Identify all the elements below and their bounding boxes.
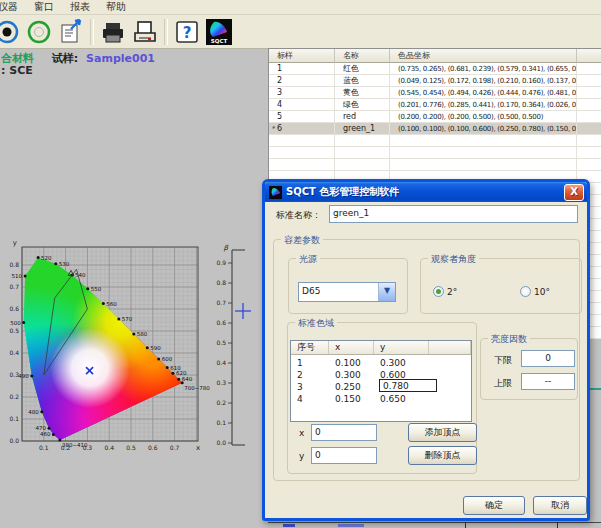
upper-limit-label: 上限 — [494, 377, 512, 390]
vertex-table-header: 序号xy — [291, 341, 471, 355]
standards-empty-row[interactable] — [269, 135, 601, 147]
observer-radio-2deg[interactable]: 2° — [433, 286, 457, 297]
app-window: 仪器窗口报表帮助 ? — [0, 0, 601, 528]
svg-text:0.2: 0.2 — [216, 399, 226, 406]
delete-vertex-button[interactable]: 删除顶点 — [408, 446, 477, 465]
vertex-row[interactable]: 40.1500.650 — [291, 393, 471, 405]
svg-text:480: 480 — [28, 409, 39, 415]
x-field-input[interactable]: 0 — [311, 424, 377, 441]
measure-target-icon[interactable] — [0, 17, 22, 47]
svg-text:0.7: 0.7 — [216, 299, 226, 306]
svg-text:590: 590 — [150, 345, 161, 351]
svg-text:640: 640 — [182, 376, 193, 382]
radio-icon[interactable] — [433, 286, 444, 297]
svg-text:0.1: 0.1 — [216, 419, 226, 426]
standard-name-label: 标准名称： — [276, 209, 321, 222]
sample-name: Sample001 — [86, 52, 155, 65]
svg-text:SQCT: SQCT — [211, 38, 228, 44]
standards-row[interactable]: 1红色(0.735, 0.265), (0.681, 0.239), (0.57… — [269, 63, 601, 75]
print-icon[interactable] — [98, 17, 128, 47]
standards-row[interactable]: 4绿色(0.201, 0.776), (0.285, 0.441), (0.17… — [269, 99, 601, 111]
svg-text:560: 560 — [106, 301, 117, 307]
svg-text:0.2: 0.2 — [61, 444, 71, 451]
x-field-label: x — [299, 428, 304, 438]
svg-text:600: 600 — [162, 356, 173, 362]
svg-text:x: x — [196, 444, 200, 452]
svg-text:0.6: 0.6 — [216, 319, 226, 326]
svg-text:0.5: 0.5 — [126, 444, 136, 451]
svg-text:0.9: 0.9 — [216, 259, 226, 266]
standard-name-input[interactable]: green_1 — [329, 205, 578, 223]
cancel-button[interactable]: 取消 — [533, 496, 587, 515]
edit-marker: * — [271, 123, 275, 135]
ok-button[interactable]: 确定 — [463, 496, 525, 515]
svg-text:570: 570 — [122, 316, 133, 322]
menu-item-3[interactable]: 报表 — [62, 0, 98, 14]
standards-row[interactable]: *6green_1(0.100, 0.100), (0.100, 0.600),… — [269, 123, 601, 135]
svg-text:0.7: 0.7 — [170, 444, 180, 451]
svg-text:0.5: 0.5 — [216, 339, 226, 346]
print-out-icon[interactable] — [130, 17, 160, 47]
light-source-value: D65 — [299, 283, 378, 301]
close-icon[interactable]: X — [564, 184, 584, 201]
svg-text:0.8: 0.8 — [216, 279, 226, 286]
menu-item-4[interactable]: 帮助 — [98, 0, 134, 14]
sqct-logo-icon[interactable]: SQCT — [204, 17, 234, 47]
brightness-group-title: 亮度因数 — [488, 333, 530, 346]
standard-edit-dialog: SQCT 色彩管理控制软件 X 标准名称： green_1 容差参数 光源 D6… — [262, 179, 590, 521]
vertex-edit-input[interactable]: 0.780 — [379, 379, 437, 392]
y-field-input[interactable]: 0 — [311, 447, 377, 464]
toolbar-separator — [164, 19, 168, 45]
help-glyph: ? — [183, 24, 192, 42]
dialog-icon — [269, 186, 282, 199]
background-text-fragment — [283, 524, 295, 527]
vertex-table[interactable]: 序号xy10.1000.30020.3000.60030.2500.78040.… — [290, 340, 472, 422]
dialog-titlebar[interactable]: SQCT 色彩管理控制软件 X — [265, 182, 587, 202]
svg-text:460: 460 — [40, 431, 51, 437]
gamut-group-title: 标准色域 — [295, 317, 337, 330]
svg-text:490: 490 — [18, 373, 29, 379]
svg-text:0.3: 0.3 — [83, 444, 93, 451]
background-table-border — [268, 522, 601, 523]
chevron-down-icon[interactable]: ▼ — [378, 283, 395, 301]
svg-text:y: y — [13, 239, 17, 247]
standards-empty-row[interactable] — [269, 147, 601, 159]
svg-text:β: β — [224, 244, 229, 252]
menu-item-2[interactable]: 窗口 — [26, 0, 62, 14]
help-icon[interactable]: ? — [172, 17, 202, 47]
svg-text:550: 550 — [91, 286, 102, 292]
report-export-icon[interactable] — [56, 17, 86, 47]
svg-text:520: 520 — [41, 255, 52, 261]
vertex-row[interactable]: 10.1000.300 — [291, 357, 471, 369]
standards-row[interactable]: 5red(0.200, 0.200), (0.200, 0.500), (0.5… — [269, 111, 601, 123]
toolbar-separator — [90, 19, 94, 45]
light-source-select[interactable]: D65 ▼ — [298, 282, 396, 302]
svg-text:540: 540 — [75, 272, 86, 278]
radio-label: 2° — [447, 287, 457, 297]
add-vertex-button[interactable]: 添加顶点 — [408, 423, 477, 442]
background-table-border — [557, 522, 558, 528]
menu-item-1[interactable]: 仪器 — [0, 0, 26, 14]
svg-text:0.3: 0.3 — [9, 371, 19, 378]
standards-empty-row[interactable] — [269, 159, 601, 171]
svg-text:0.4: 0.4 — [9, 349, 19, 356]
calibrate-circle-icon[interactable] — [24, 17, 54, 47]
standards-row[interactable]: 3黄色(0.545, 0.454), (0.494, 0.426), (0.44… — [269, 87, 601, 99]
svg-text:0.7: 0.7 — [9, 283, 19, 290]
svg-text:0.6: 0.6 — [148, 444, 158, 451]
observer-angle-group-title: 观察者角度 — [428, 253, 479, 266]
svg-text:0.0: 0.0 — [216, 439, 226, 446]
svg-text:510: 510 — [12, 273, 23, 279]
svg-text:0.4: 0.4 — [216, 359, 226, 366]
dialog-title: SQCT 色彩管理控制软件 — [286, 185, 399, 199]
svg-text:0.2: 0.2 — [9, 393, 19, 400]
svg-text:0.1: 0.1 — [9, 415, 19, 422]
sample-label: 试样: — [52, 52, 78, 65]
standards-row[interactable]: 2蓝色(0.049, 0.125), (0.172, 0.198), (0.21… — [269, 75, 601, 87]
observer-radio-10deg[interactable]: 10° — [520, 286, 550, 297]
radio-icon[interactable] — [520, 286, 531, 297]
lower-limit-input[interactable]: 0 — [521, 350, 575, 367]
svg-text:0.4: 0.4 — [104, 444, 114, 451]
upper-limit-input[interactable]: -- — [521, 373, 575, 390]
svg-text:0.0: 0.0 — [9, 437, 19, 444]
